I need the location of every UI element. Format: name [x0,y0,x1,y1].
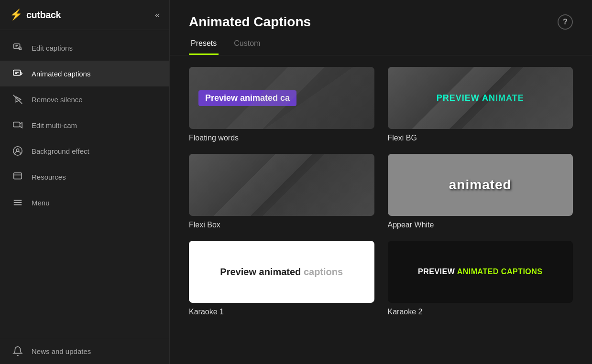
preset-thumb-floating-words: Preview animated ca [189,67,374,129]
preset-label-appear-white: Appear White [388,221,573,229]
sidebar-item-label-remove-silence: Remove silence [32,96,83,104]
logo: ⚡ cutback [10,9,61,21]
menu-icon [11,196,24,209]
sidebar-nav: Edit captions Animated captions Remove s… [0,30,169,338]
preset-thumb-flexi-bg: PREVIEW ANIMATE [388,67,573,129]
sidebar-item-background-effect[interactable]: Background effect [0,138,169,164]
sidebar-item-menu[interactable]: Menu [0,190,169,215]
svg-rect-10 [13,122,20,127]
preset-thumb-karaoke1: Preview animated captions [189,241,374,303]
main-content: Animated Captions ? Presets Custom Previ… [170,0,592,364]
sidebar-item-animated-captions[interactable]: Animated captions [0,61,169,86]
animated-captions-icon [11,67,24,80]
preset-label-floating-words: Floating words [189,134,374,142]
sidebar-footer-news[interactable]: News and updates [0,338,169,364]
remove-silence-icon [11,93,24,106]
presets-grid: Preview animated ca Floating words PREVI… [170,67,592,316]
sidebar-item-label-resources: Resources [32,173,66,181]
logo-bolt: ⚡ [10,9,22,21]
sidebar-item-resources[interactable]: Resources [0,164,169,190]
sidebar-item-label-edit-multicam: Edit multi-cam [32,121,77,129]
preset-thumb-karaoke2: PREVIEW ANIMATED CAPTIONS [388,241,573,303]
flexi-bg-preview-text: PREVIEW ANIMATE [437,93,524,103]
preset-card-appear-white[interactable]: animated Appear White [388,154,573,229]
main-header: Animated Captions ? [170,0,592,34]
sidebar-item-edit-multicam[interactable]: Edit multi-cam [0,112,169,138]
edit-multicam-icon [11,119,24,131]
svg-point-12 [13,147,22,155]
tab-custom[interactable]: Custom [232,34,262,55]
preset-card-flexi-bg[interactable]: PREVIEW ANIMATE Flexi BG [388,67,573,142]
bell-icon [11,345,24,357]
karaoke1-preview-text: Preview animated captions [220,267,343,278]
preset-label-flexi-box: Flexi Box [189,221,374,229]
svg-point-11 [16,149,19,151]
edit-captions-icon [11,42,24,54]
logo-text: cutback [26,10,61,21]
preset-card-floating-words[interactable]: Preview animated ca Floating words [189,67,374,142]
sidebar-header: ⚡ cutback « [0,0,169,30]
svg-rect-13 [14,173,22,179]
preset-card-karaoke-2[interactable]: PREVIEW ANIMATED CAPTIONS Karaoke 2 [388,241,573,316]
preset-thumb-flexi-box [189,154,374,216]
svg-rect-5 [13,70,21,75]
preset-thumb-appear-white: animated [388,154,573,216]
sidebar-item-label-background-effect: Background effect [32,147,89,155]
preset-label-karaoke-1: Karaoke 1 [189,308,374,316]
sidebar-item-remove-silence[interactable]: Remove silence [0,86,169,112]
page-title: Animated Captions [189,14,311,30]
sidebar-item-label-edit-captions: Edit captions [32,44,73,52]
background-effect-icon [11,145,24,157]
sidebar-item-label-animated-captions: Animated captions [32,70,90,78]
sidebar-item-edit-captions[interactable]: Edit captions [0,35,169,61]
sidebar-footer-label: News and updates [32,347,91,355]
karaoke2-highlight: ANIMATED CAPTIONS [457,268,543,276]
preset-label-karaoke-2: Karaoke 2 [388,308,573,316]
karaoke1-highlight: captions [304,267,343,277]
logo-icon: ⚡ [10,9,22,21]
sidebar-item-label-menu: Menu [32,199,50,207]
floating-words-preview-text: Preview animated ca [198,90,296,106]
appear-white-preview-text: animated [449,177,512,193]
preset-card-karaoke-1[interactable]: Preview animated captions Karaoke 1 [189,241,374,316]
sidebar: ⚡ cutback « Edit captions Animated capti… [0,0,170,364]
karaoke2-preview-text: PREVIEW ANIMATED CAPTIONS [418,268,543,276]
help-button[interactable]: ? [558,14,573,30]
tab-presets[interactable]: Presets [189,34,219,55]
preset-label-flexi-bg: Flexi BG [388,134,573,142]
collapse-sidebar-button[interactable]: « [155,10,160,20]
preset-card-flexi-box[interactable]: Flexi Box [189,154,374,229]
resources-icon [11,171,24,183]
tabs-bar: Presets Custom [170,34,592,55]
